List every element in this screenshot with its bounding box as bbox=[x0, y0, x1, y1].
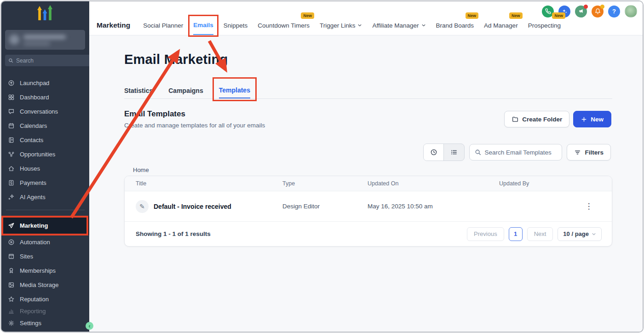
tab-emails[interactable]: Emails bbox=[193, 16, 213, 35]
tab-trigger-links[interactable]: Trigger Links bbox=[320, 16, 362, 35]
sidebar-item-houses[interactable]: Houses bbox=[1, 161, 89, 176]
section-title: Email Templates bbox=[124, 109, 185, 119]
top-header: ? Marketing Social Planner Emails Snippe… bbox=[89, 1, 643, 35]
sidebar-item-contacts[interactable]: Contacts bbox=[1, 133, 89, 147]
tab-templates[interactable]: Templates bbox=[219, 82, 250, 98]
sidebar-item-label: AI Agents bbox=[20, 194, 46, 201]
template-search-input[interactable] bbox=[484, 149, 557, 156]
section-title: Marketing bbox=[97, 21, 130, 29]
create-folder-button[interactable]: Create Folder bbox=[504, 111, 569, 127]
tab-snippets[interactable]: Snippets bbox=[224, 16, 248, 35]
tab-label: Countdown Timers bbox=[258, 22, 310, 29]
app-window: ⌘ K Launchpad Dashboard Conversations Ca… bbox=[0, 0, 644, 333]
tab-label: Brand Boards bbox=[436, 22, 474, 29]
tab-brand-boards[interactable]: Brand BoardsNew bbox=[436, 16, 474, 35]
breadcrumb[interactable]: Home bbox=[133, 166, 149, 173]
sidebar-collapse-button[interactable]: ‹ bbox=[86, 322, 93, 330]
button-label: Filters bbox=[585, 149, 604, 156]
payments-icon bbox=[8, 179, 15, 186]
page-size-select[interactable]: 10 / page bbox=[558, 227, 602, 241]
announcements-button[interactable] bbox=[575, 6, 587, 17]
new-badge: New bbox=[509, 12, 523, 19]
dashboard-icon bbox=[8, 94, 15, 101]
sidebar-item-label: Memberships bbox=[20, 267, 56, 274]
tab-social-planner[interactable]: Social Planner bbox=[143, 16, 183, 35]
sidebar-divider bbox=[6, 210, 85, 210]
chevron-down-icon bbox=[592, 232, 596, 236]
sidebar-item-media-storage[interactable]: Media Storage bbox=[1, 278, 89, 292]
page-number-button[interactable]: 1 bbox=[509, 227, 523, 241]
sidebar: ⌘ K Launchpad Dashboard Conversations Ca… bbox=[1, 1, 89, 332]
sidebar-item-calendars[interactable]: Calendars bbox=[1, 119, 89, 133]
paper-plane-icon bbox=[8, 222, 15, 229]
filters-button[interactable]: Filters bbox=[567, 144, 611, 161]
plus-icon bbox=[581, 116, 587, 122]
sidebar-item-payments[interactable]: Payments bbox=[1, 176, 89, 190]
bell-icon bbox=[595, 8, 601, 14]
sidebar-item-label: Contacts bbox=[20, 137, 43, 144]
table-row[interactable]: ✎ Default - Invoice received Design Edit… bbox=[125, 191, 612, 222]
list-view-button[interactable] bbox=[444, 144, 464, 161]
sidebar-item-label: Sites bbox=[20, 253, 33, 260]
sidebar-item-ai-agents[interactable]: AI Agents bbox=[1, 190, 89, 204]
table-footer: Showing 1 - 1 of 1 results Previous 1 Ne… bbox=[125, 222, 612, 246]
sidebar-item-memberships[interactable]: Memberships bbox=[1, 264, 89, 278]
row-actions-menu-button[interactable]: ⋮ bbox=[581, 200, 597, 213]
sidebar-item-opportunities[interactable]: Opportunities bbox=[1, 147, 89, 161]
chevron-down-icon bbox=[421, 23, 426, 28]
next-page-button[interactable]: Next bbox=[527, 227, 553, 241]
sidebar-item-label: Automation bbox=[20, 239, 50, 246]
tab-affiliate-manager[interactable]: Affiliate Manager bbox=[372, 16, 426, 35]
results-summary: Showing 1 - 1 of 1 results bbox=[136, 230, 211, 237]
clock-icon bbox=[430, 149, 437, 156]
ai-sparkle-icon bbox=[8, 194, 15, 201]
sidebar-item-label: Calendars bbox=[20, 122, 47, 129]
sidebar-item-dashboard[interactable]: Dashboard bbox=[1, 90, 89, 104]
tab-statistics[interactable]: Statistics bbox=[124, 82, 153, 98]
page-title: Email Marketing bbox=[124, 52, 228, 67]
sidebar-item-marketing[interactable]: Marketing bbox=[1, 216, 89, 235]
sidebar-item-label: Reputation bbox=[20, 296, 49, 303]
sidebar-item-label: Settings bbox=[20, 320, 41, 327]
template-search[interactable] bbox=[469, 144, 562, 161]
highlevel-logo-icon bbox=[1, 4, 89, 23]
previous-page-button[interactable]: Previous bbox=[467, 227, 504, 241]
tab-campaigns[interactable]: Campaigns bbox=[168, 82, 203, 98]
filter-icon bbox=[574, 149, 581, 156]
user-avatar[interactable] bbox=[625, 5, 637, 17]
sidebar-item-label: Conversations bbox=[20, 108, 58, 115]
tab-label: Campaigns bbox=[168, 87, 203, 94]
sidebar-item-conversations[interactable]: Conversations bbox=[1, 104, 89, 119]
sidebar-item-label: Media Storage bbox=[20, 281, 59, 288]
tab-ad-manager[interactable]: Ad ManagerNew bbox=[484, 16, 518, 35]
chevron-down-icon bbox=[357, 23, 362, 28]
table-header-row: Title Type Updated On Updated By bbox=[125, 176, 612, 191]
sidebar-item-label: Dashboard bbox=[20, 94, 49, 101]
account-switcher[interactable] bbox=[5, 30, 85, 50]
tab-countdown-timers[interactable]: Countdown TimersNew bbox=[258, 16, 310, 35]
notifications-button[interactable] bbox=[592, 6, 604, 17]
sidebar-search-input[interactable] bbox=[16, 57, 87, 64]
column-title: Title bbox=[136, 180, 282, 187]
chat-bubble-icon bbox=[8, 108, 15, 115]
column-type: Type bbox=[282, 180, 368, 187]
sidebar-item-automation[interactable]: Automation bbox=[1, 235, 89, 249]
sidebar-item-reporting[interactable]: Reporting bbox=[1, 306, 89, 316]
sidebar-item-sites[interactable]: Sites bbox=[1, 249, 89, 264]
new-button[interactable]: New bbox=[573, 111, 611, 127]
recent-view-button[interactable] bbox=[424, 144, 444, 161]
template-title[interactable]: Default - Invoice received bbox=[154, 203, 231, 210]
gear-icon bbox=[8, 320, 15, 327]
sidebar-item-reputation[interactable]: Reputation bbox=[1, 292, 89, 306]
search-icon bbox=[475, 149, 481, 155]
new-badge: New bbox=[552, 12, 565, 19]
ribbon-icon bbox=[8, 267, 15, 274]
sidebar-item-launchpad[interactable]: Launchpad bbox=[1, 76, 89, 90]
sites-icon bbox=[8, 253, 15, 260]
help-button[interactable]: ? bbox=[608, 6, 620, 17]
home-icon bbox=[8, 165, 15, 172]
chart-icon bbox=[8, 308, 15, 315]
page-size-label: 10 / page bbox=[563, 230, 589, 237]
tab-prospecting[interactable]: ProspectingNew bbox=[528, 16, 561, 35]
sidebar-item-settings[interactable]: Settings bbox=[1, 316, 89, 330]
